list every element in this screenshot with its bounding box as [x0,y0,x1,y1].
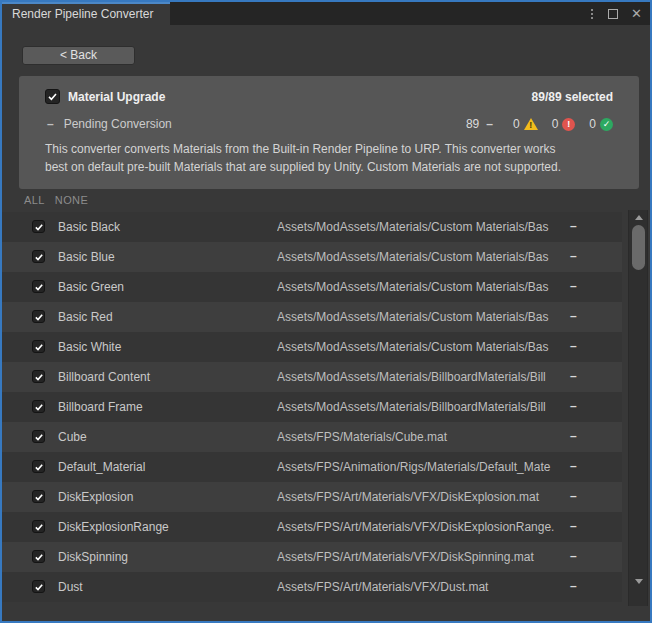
material-path: Assets/FPS/Art/Materials/VFX/DiskSpinnin… [277,550,569,564]
scroll-down-icon[interactable] [635,579,643,584]
select-none-button[interactable]: NONE [55,194,88,206]
warning-count: 0 [513,117,520,131]
table-row[interactable]: Billboard Frame Assets/ModAssets/Materia… [2,392,622,422]
material-path: Assets/ModAssets/Materials/Custom Materi… [277,340,569,354]
material-name: Basic White [58,340,268,354]
row-status-dash: – [570,399,577,413]
material-path: Assets/FPS/Materials/Cube.mat [277,430,569,444]
table-row[interactable]: Default_Material Assets/FPS/Animation/Ri… [2,452,622,482]
table-row[interactable]: Basic Blue Assets/ModAssets/Materials/Cu… [2,242,622,272]
material-name: DiskExplosionRange [58,520,268,534]
row-status-dash: – [570,429,577,443]
kebab-menu-icon[interactable] [589,7,595,21]
row-checkbox[interactable] [32,460,45,473]
description-line-1: This converter converts Materials from t… [45,140,623,158]
material-path: Assets/ModAssets/Materials/Custom Materi… [277,250,569,264]
row-status-dash: – [570,489,577,503]
table-row[interactable]: Dust Assets/FPS/Art/Materials/VFX/Dust.m… [2,572,622,602]
check-icon [34,252,44,262]
material-path: Assets/FPS/Art/Materials/VFX/DiskExplosi… [277,490,569,504]
row-checkbox[interactable] [32,250,45,263]
material-path: Assets/ModAssets/Materials/Custom Materi… [277,220,569,234]
check-icon [34,462,44,472]
row-status-dash: – [570,459,577,473]
table-row[interactable]: DiskExplosion Assets/FPS/Art/Materials/V… [2,482,622,512]
material-name: Basic Red [58,310,268,324]
materials-list: Basic Black Assets/ModAssets/Materials/C… [2,212,622,602]
row-status-dash: – [570,249,577,263]
material-path: Assets/ModAssets/Materials/BillboardMate… [277,370,569,384]
table-row[interactable]: DiskSpinning Assets/FPS/Art/Materials/VF… [2,542,622,572]
title-bar: Render Pipeline Converter ✕ [2,2,650,25]
vertical-scrollbar[interactable] [628,210,648,606]
success-icon: ✓ [600,118,613,131]
row-checkbox[interactable] [32,550,45,563]
back-button[interactable]: < Back [22,46,135,65]
row-checkbox[interactable] [32,310,45,323]
pending-conversion-label: Pending Conversion [64,117,172,131]
scrollbar-thumb[interactable] [632,225,645,270]
material-name: Cube [58,430,268,444]
row-status-dash: – [570,519,577,533]
material-name: Default_Material [58,460,268,474]
render-pipeline-converter-window: Render Pipeline Converter ✕ < Back Mater… [0,0,652,623]
row-status-dash: – [570,219,577,233]
window-title: Render Pipeline Converter [12,7,153,21]
material-path: Assets/ModAssets/Materials/BillboardMate… [277,400,569,414]
material-name: DiskSpinning [58,550,268,564]
success-count: 0 [589,117,596,131]
material-name: Dust [58,580,268,594]
row-status-dash: – [570,279,577,293]
check-icon [34,342,44,352]
tab-render-pipeline-converter[interactable]: Render Pipeline Converter [2,2,170,25]
material-name: Basic Green [58,280,268,294]
row-checkbox[interactable] [32,400,45,413]
material-path: Assets/FPS/Animation/Rigs/Materials/Defa… [277,460,569,474]
row-checkbox[interactable] [32,520,45,533]
close-icon[interactable]: ✕ [631,7,642,20]
material-name: Billboard Frame [58,400,268,414]
row-checkbox[interactable] [32,370,45,383]
error-icon: ! [562,118,575,131]
check-icon [34,402,44,412]
row-checkbox[interactable] [32,430,45,443]
converter-header-panel: Material Upgrade 89/89 selected – Pendin… [19,76,639,189]
error-count: 0 [552,117,559,131]
check-icon [34,582,44,592]
converter-checkbox[interactable] [45,89,60,104]
check-icon [34,492,44,502]
material-path: Assets/FPS/Art/Materials/VFX/Dust.mat [277,580,569,594]
pending-dash-icon: – [486,117,493,131]
check-icon [34,282,44,292]
check-icon [34,522,44,532]
row-checkbox[interactable] [32,340,45,353]
selected-count: 89/89 selected [532,90,613,104]
material-name: Basic Blue [58,250,268,264]
material-name: Basic Black [58,220,268,234]
check-icon [34,312,44,322]
check-icon [34,222,44,232]
table-row[interactable]: Basic Green Assets/ModAssets/Materials/C… [2,272,622,302]
table-row[interactable]: DiskExplosionRange Assets/FPS/Art/Materi… [2,512,622,542]
row-checkbox[interactable] [32,490,45,503]
check-icon [34,552,44,562]
row-status-dash: – [570,339,577,353]
table-row[interactable]: Basic White Assets/ModAssets/Materials/C… [2,332,622,362]
row-checkbox[interactable] [32,280,45,293]
converter-name: Material Upgrade [68,90,165,104]
maximize-icon[interactable] [608,9,618,19]
material-name: DiskExplosion [58,490,268,504]
material-path: Assets/ModAssets/Materials/Custom Materi… [277,280,569,294]
select-all-button[interactable]: ALL [24,194,45,206]
material-name: Billboard Content [58,370,268,384]
check-icon [34,372,44,382]
table-row[interactable]: Cube Assets/FPS/Materials/Cube.mat – [2,422,622,452]
table-row[interactable]: Basic Black Assets/ModAssets/Materials/C… [2,212,622,242]
scroll-up-icon[interactable] [635,215,643,220]
table-row[interactable]: Billboard Content Assets/ModAssets/Mater… [2,362,622,392]
row-checkbox[interactable] [32,580,45,593]
table-row[interactable]: Basic Red Assets/ModAssets/Materials/Cus… [2,302,622,332]
converter-description: This converter converts Materials from t… [45,140,623,176]
row-checkbox[interactable] [32,220,45,233]
description-line-2: best on default pre-built Materials that… [45,158,623,176]
